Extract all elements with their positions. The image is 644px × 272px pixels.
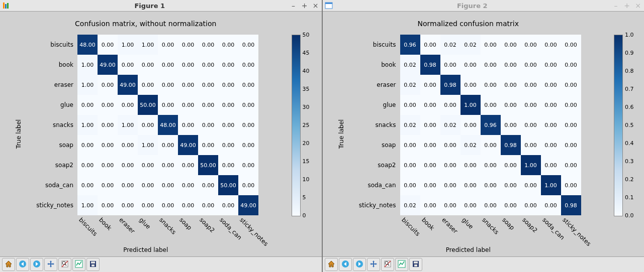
subplots-button[interactable] [72, 258, 85, 271]
back-button[interactable] [16, 258, 29, 271]
heatmap-cell: 0.00 [218, 95, 238, 115]
figure-canvas[interactable]: Normalized confusion matrix True label P… [323, 12, 645, 256]
colorbar-tick: 15 [303, 158, 310, 165]
heatmap-cell: 0.02 [400, 75, 420, 95]
zoom-button[interactable] [381, 258, 394, 271]
maximize-button[interactable]: + [301, 2, 309, 9]
heatmap-cell: 0.98 [440, 75, 461, 95]
heatmap-cell: 0.00 [481, 135, 501, 155]
desktop: Figure 1 – + × Confusion matrix, without… [0, 0, 644, 272]
heatmap-cell: 0.00 [77, 95, 98, 115]
heatmap-cell: 0.00 [198, 115, 218, 135]
figure-canvas[interactable]: Confusion matrix, without normalization … [0, 12, 322, 256]
colorbar-tick: 0.2 [625, 176, 634, 183]
heatmap-cell: 1.00 [138, 135, 158, 155]
colorbar-ticks: 05101520253035404550 [303, 34, 318, 216]
heatmap-cell: 0.00 [561, 75, 581, 95]
colorbar-tick: 0.1 [625, 194, 634, 201]
back-button[interactable] [339, 258, 352, 271]
heatmap-cell: 0.00 [420, 135, 440, 155]
figure-window-1: Figure 1 – + × Confusion matrix, without… [0, 0, 322, 272]
heatmap-cell: 0.00 [218, 155, 238, 175]
y-tick-label: soap [2, 135, 75, 155]
colorbar-ticks: 0.00.10.20.30.40.50.60.70.80.91.0 [625, 34, 640, 216]
minimize-button[interactable]: – [290, 2, 298, 9]
heatmap-cell: 0.00 [481, 35, 501, 55]
heatmap-cell: 0.00 [158, 95, 178, 115]
y-tick-label: snacks [325, 115, 398, 135]
heatmap-cell: 0.00 [77, 155, 98, 175]
back-icon [19, 260, 27, 269]
heatmap-cell: 0.00 [98, 95, 118, 115]
titlebar[interactable]: Figure 1 – + × [0, 0, 322, 12]
zoom-button[interactable] [58, 258, 71, 271]
home-icon [327, 260, 335, 269]
pan-icon [370, 260, 378, 269]
heatmap-cell: 0.00 [218, 115, 238, 135]
x-tick-label: soap2 [521, 216, 540, 235]
save-button[interactable] [86, 258, 100, 271]
svg-rect-10 [91, 264, 95, 266]
heatmap-cell: 0.00 [158, 155, 178, 175]
close-button[interactable]: × [634, 2, 642, 9]
heatmap-cell: 0.98 [561, 195, 581, 215]
save-button[interactable] [409, 258, 422, 271]
heatmap-cell: 0.00 [420, 195, 440, 215]
heatmap-cell: 0.00 [400, 95, 420, 115]
titlebar[interactable]: Figure 2 – + × [323, 0, 645, 12]
heatmap-cell: 0.00 [561, 115, 581, 135]
heatmap-cell: 0.00 [481, 175, 501, 195]
heatmap-cell: 0.00 [238, 75, 258, 95]
heatmap-cell: 0.00 [420, 155, 440, 175]
maximize-button[interactable]: + [623, 2, 631, 9]
heatmap-cell: 0.00 [420, 115, 440, 135]
heatmap-cell: 50.00 [218, 175, 238, 195]
heatmap-cell: 49.00 [178, 135, 198, 155]
subplots-button[interactable] [395, 258, 408, 271]
figure-window-2: Figure 2 – + × Normalized confusion matr… [322, 0, 645, 272]
zoom-icon [384, 260, 392, 269]
colorbar-tick: 0.0 [625, 212, 634, 219]
svg-rect-2 [7, 3, 9, 9]
heatmap-cell: 0.00 [541, 95, 561, 115]
home-button[interactable] [325, 258, 338, 271]
colorbar-tick: 0.8 [625, 68, 634, 74]
heatmap-cell: 0.00 [77, 175, 98, 195]
heatmap-cell: 0.00 [461, 115, 481, 135]
pan-button[interactable] [44, 258, 57, 271]
heatmap-cell: 0.00 [218, 75, 238, 95]
x-tick-label: soap [178, 216, 197, 235]
heatmap-cell: 0.00 [461, 155, 481, 175]
heatmap-cell: 0.00 [541, 195, 561, 215]
heatmap-cell: 0.00 [541, 75, 561, 95]
pan-button[interactable] [367, 258, 380, 271]
colorbar-tick: 10 [303, 176, 310, 183]
save-icon [412, 260, 420, 269]
heatmap-cell: 0.00 [138, 195, 158, 215]
colorbar [614, 35, 623, 216]
close-button[interactable]: × [312, 2, 320, 9]
x-tick-label: soap2 [198, 216, 217, 235]
heatmap-cell: 0.00 [521, 95, 541, 115]
forward-button[interactable] [30, 258, 43, 271]
heatmap-cell: 0.00 [561, 135, 581, 155]
heatmap-cell: 0.00 [521, 195, 541, 215]
forward-button[interactable] [353, 258, 366, 271]
heatmap-cell: 49.00 [98, 55, 118, 75]
minimize-button[interactable]: – [612, 2, 620, 9]
x-tick-label: eraser [118, 216, 137, 235]
heatmap-cell: 0.00 [541, 55, 561, 75]
y-tick-label: soap [325, 135, 398, 155]
heatmap-cell: 0.00 [521, 115, 541, 135]
svg-rect-19 [414, 261, 418, 263]
heatmap-cell: 0.98 [501, 135, 521, 155]
heatmap-cell: 0.00 [238, 115, 258, 135]
heatmap-cell: 0.00 [198, 35, 218, 55]
x-tick-label: glue [138, 216, 157, 235]
y-tick-labels: biscuitsbookerasergluesnackssoapsoap2sod… [2, 35, 75, 215]
heatmap-cell: 0.00 [521, 135, 541, 155]
home-button[interactable] [2, 258, 15, 271]
heatmap-cell: 0.00 [501, 175, 521, 195]
heatmap-cell: 0.00 [501, 95, 521, 115]
y-tick-label: biscuits [325, 35, 398, 55]
